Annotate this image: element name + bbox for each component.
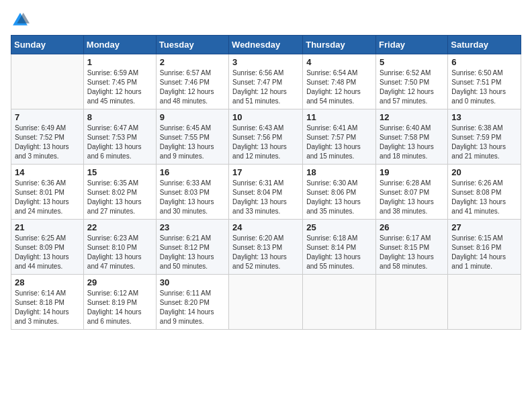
- header-row: SundayMondayTuesdayWednesdayThursdayFrid…: [11, 36, 521, 54]
- calendar-week-3: 21Sunrise: 6:25 AM Sunset: 8:09 PM Dayli…: [11, 220, 521, 275]
- calendar-cell: 9Sunrise: 6:45 AM Sunset: 7:55 PM Daylig…: [156, 109, 228, 165]
- logo: [11, 11, 32, 30]
- calendar-cell: [376, 275, 448, 330]
- calendar-cell: 21Sunrise: 6:25 AM Sunset: 8:09 PM Dayli…: [11, 220, 84, 275]
- day-info: Sunrise: 6:31 AM Sunset: 8:04 PM Dayligh…: [232, 179, 299, 216]
- calendar-cell: [229, 275, 303, 330]
- day-number: 14: [15, 167, 80, 177]
- logo-icon: [11, 11, 30, 30]
- day-number: 28: [15, 277, 80, 287]
- day-number: 10: [232, 112, 299, 122]
- day-info: Sunrise: 6:43 AM Sunset: 7:56 PM Dayligh…: [232, 124, 299, 161]
- calendar-cell: 8Sunrise: 6:47 AM Sunset: 7:53 PM Daylig…: [83, 109, 156, 165]
- calendar-cell: 19Sunrise: 6:28 AM Sunset: 8:07 PM Dayli…: [376, 165, 448, 220]
- day-number: 26: [380, 222, 444, 232]
- day-number: 22: [87, 222, 152, 232]
- calendar-cell: 26Sunrise: 6:17 AM Sunset: 8:15 PM Dayli…: [376, 220, 448, 275]
- day-number: 2: [160, 57, 225, 67]
- day-number: 8: [87, 112, 152, 122]
- header-day-monday: Monday: [83, 36, 156, 54]
- calendar-cell: 6Sunrise: 6:50 AM Sunset: 7:51 PM Daylig…: [448, 54, 521, 109]
- calendar-cell: 29Sunrise: 6:12 AM Sunset: 8:19 PM Dayli…: [83, 275, 156, 330]
- calendar-cell: 10Sunrise: 6:43 AM Sunset: 7:56 PM Dayli…: [229, 109, 303, 165]
- calendar-cell: 27Sunrise: 6:15 AM Sunset: 8:16 PM Dayli…: [448, 220, 521, 275]
- day-info: Sunrise: 6:45 AM Sunset: 7:55 PM Dayligh…: [160, 124, 225, 161]
- calendar-cell: 20Sunrise: 6:26 AM Sunset: 8:08 PM Dayli…: [448, 165, 521, 220]
- day-info: Sunrise: 6:14 AM Sunset: 8:18 PM Dayligh…: [15, 289, 80, 326]
- day-info: Sunrise: 6:28 AM Sunset: 8:07 PM Dayligh…: [380, 179, 444, 216]
- day-info: Sunrise: 6:15 AM Sunset: 8:16 PM Dayligh…: [451, 234, 517, 271]
- header-day-thursday: Thursday: [303, 36, 376, 54]
- day-number: 16: [160, 167, 225, 177]
- day-info: Sunrise: 6:12 AM Sunset: 8:19 PM Dayligh…: [87, 289, 152, 326]
- calendar-cell: [303, 275, 376, 330]
- day-info: Sunrise: 6:25 AM Sunset: 8:09 PM Dayligh…: [15, 234, 80, 271]
- day-number: 29: [87, 277, 152, 287]
- page-header: [11, 11, 521, 30]
- calendar-cell: 3Sunrise: 6:56 AM Sunset: 7:47 PM Daylig…: [229, 54, 303, 109]
- calendar-cell: 1Sunrise: 6:59 AM Sunset: 7:45 PM Daylig…: [83, 54, 156, 109]
- day-info: Sunrise: 6:11 AM Sunset: 8:20 PM Dayligh…: [160, 289, 225, 326]
- calendar-cell: 5Sunrise: 6:52 AM Sunset: 7:50 PM Daylig…: [376, 54, 448, 109]
- day-info: Sunrise: 6:54 AM Sunset: 7:48 PM Dayligh…: [306, 68, 372, 106]
- day-info: Sunrise: 6:57 AM Sunset: 7:46 PM Dayligh…: [160, 68, 225, 106]
- calendar-cell: 23Sunrise: 6:21 AM Sunset: 8:12 PM Dayli…: [156, 220, 228, 275]
- day-info: Sunrise: 6:40 AM Sunset: 7:58 PM Dayligh…: [380, 124, 444, 161]
- calendar-cell: 25Sunrise: 6:18 AM Sunset: 8:14 PM Dayli…: [303, 220, 376, 275]
- day-number: 19: [380, 167, 444, 177]
- calendar-cell: 30Sunrise: 6:11 AM Sunset: 8:20 PM Dayli…: [156, 275, 228, 330]
- day-info: Sunrise: 6:47 AM Sunset: 7:53 PM Dayligh…: [87, 124, 152, 161]
- calendar-cell: 24Sunrise: 6:20 AM Sunset: 8:13 PM Dayli…: [229, 220, 303, 275]
- calendar-week-0: 1Sunrise: 6:59 AM Sunset: 7:45 PM Daylig…: [11, 54, 521, 109]
- header-day-wednesday: Wednesday: [229, 36, 303, 54]
- day-info: Sunrise: 6:35 AM Sunset: 8:02 PM Dayligh…: [87, 179, 152, 216]
- day-number: 30: [160, 277, 225, 287]
- day-info: Sunrise: 6:20 AM Sunset: 8:13 PM Dayligh…: [232, 234, 299, 271]
- calendar-cell: 4Sunrise: 6:54 AM Sunset: 7:48 PM Daylig…: [303, 54, 376, 109]
- header-day-friday: Friday: [376, 36, 448, 54]
- day-number: 1: [87, 57, 152, 67]
- calendar-cell: 13Sunrise: 6:38 AM Sunset: 7:59 PM Dayli…: [448, 109, 521, 165]
- day-number: 5: [380, 57, 444, 67]
- calendar-cell: 16Sunrise: 6:33 AM Sunset: 8:03 PM Dayli…: [156, 165, 228, 220]
- day-info: Sunrise: 6:52 AM Sunset: 7:50 PM Dayligh…: [380, 68, 444, 106]
- day-number: 24: [232, 222, 299, 232]
- day-info: Sunrise: 6:36 AM Sunset: 8:01 PM Dayligh…: [15, 179, 80, 216]
- calendar-cell: 14Sunrise: 6:36 AM Sunset: 8:01 PM Dayli…: [11, 165, 84, 220]
- calendar-cell: [11, 54, 84, 109]
- calendar-week-4: 28Sunrise: 6:14 AM Sunset: 8:18 PM Dayli…: [11, 275, 521, 330]
- day-number: 13: [451, 112, 517, 122]
- calendar-cell: 12Sunrise: 6:40 AM Sunset: 7:58 PM Dayli…: [376, 109, 448, 165]
- calendar-cell: 7Sunrise: 6:49 AM Sunset: 7:52 PM Daylig…: [11, 109, 84, 165]
- day-info: Sunrise: 6:30 AM Sunset: 8:06 PM Dayligh…: [306, 179, 372, 216]
- day-info: Sunrise: 6:56 AM Sunset: 7:47 PM Dayligh…: [232, 68, 299, 106]
- day-number: 7: [15, 112, 80, 122]
- calendar-body: 1Sunrise: 6:59 AM Sunset: 7:45 PM Daylig…: [11, 54, 521, 330]
- calendar-cell: 2Sunrise: 6:57 AM Sunset: 7:46 PM Daylig…: [156, 54, 228, 109]
- calendar-cell: 28Sunrise: 6:14 AM Sunset: 8:18 PM Dayli…: [11, 275, 84, 330]
- day-info: Sunrise: 6:17 AM Sunset: 8:15 PM Dayligh…: [380, 234, 444, 271]
- day-info: Sunrise: 6:38 AM Sunset: 7:59 PM Dayligh…: [451, 124, 517, 161]
- day-number: 25: [306, 222, 372, 232]
- header-day-saturday: Saturday: [448, 36, 521, 54]
- day-info: Sunrise: 6:18 AM Sunset: 8:14 PM Dayligh…: [306, 234, 372, 271]
- header-day-sunday: Sunday: [11, 36, 84, 54]
- day-number: 18: [306, 167, 372, 177]
- day-number: 23: [160, 222, 225, 232]
- day-number: 12: [380, 112, 444, 122]
- day-number: 15: [87, 167, 152, 177]
- day-info: Sunrise: 6:59 AM Sunset: 7:45 PM Dayligh…: [87, 68, 152, 106]
- calendar-cell: 11Sunrise: 6:41 AM Sunset: 7:57 PM Dayli…: [303, 109, 376, 165]
- day-info: Sunrise: 6:50 AM Sunset: 7:51 PM Dayligh…: [451, 68, 517, 106]
- day-number: 20: [451, 167, 517, 177]
- day-number: 6: [451, 57, 517, 67]
- calendar-cell: 18Sunrise: 6:30 AM Sunset: 8:06 PM Dayli…: [303, 165, 376, 220]
- day-info: Sunrise: 6:23 AM Sunset: 8:10 PM Dayligh…: [87, 234, 152, 271]
- day-info: Sunrise: 6:33 AM Sunset: 8:03 PM Dayligh…: [160, 179, 225, 216]
- day-info: Sunrise: 6:49 AM Sunset: 7:52 PM Dayligh…: [15, 124, 80, 161]
- day-number: 11: [306, 112, 372, 122]
- day-number: 3: [232, 57, 299, 67]
- calendar-cell: 15Sunrise: 6:35 AM Sunset: 8:02 PM Dayli…: [83, 165, 156, 220]
- calendar-week-1: 7Sunrise: 6:49 AM Sunset: 7:52 PM Daylig…: [11, 109, 521, 165]
- calendar-table: SundayMondayTuesdayWednesdayThursdayFrid…: [11, 35, 521, 330]
